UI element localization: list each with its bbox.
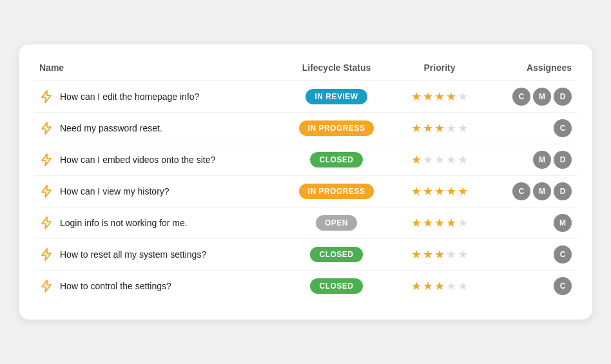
star-filled: ★: [434, 279, 445, 293]
avatar: C: [512, 182, 530, 200]
lightning-icon: [39, 90, 53, 104]
star-filled: ★: [423, 184, 433, 198]
star-empty: ★: [434, 153, 445, 167]
star-filled: ★: [411, 216, 422, 230]
status-badge: IN PROGRESS: [299, 120, 374, 136]
avatar: C: [554, 119, 572, 137]
star-filled: ★: [411, 184, 422, 198]
row-name-cell: How can I view my history?: [39, 184, 282, 198]
row-name-text: How to control the settings?: [60, 281, 171, 291]
row-name-cell: How can I embed videos onto the site?: [39, 153, 282, 167]
status-badge: CLOSED: [310, 152, 362, 168]
status-badge: IN REVIEW: [306, 89, 367, 104]
star-filled: ★: [411, 90, 422, 104]
star-empty: ★: [446, 153, 456, 167]
star-empty: ★: [458, 216, 468, 230]
star-filled: ★: [446, 90, 456, 104]
assignees-col: C: [488, 277, 572, 295]
lightning-icon: [39, 184, 53, 198]
lightning-icon: [39, 216, 53, 230]
avatar: D: [554, 151, 572, 169]
lightning-icon: [39, 153, 53, 167]
assignees-col: M: [488, 214, 572, 232]
status-badge: CLOSED: [310, 278, 362, 294]
status-col: IN PROGRESS: [282, 120, 391, 136]
table-row[interactable]: How can I view my history? IN PROGRESS★★…: [34, 176, 577, 207]
assignees-col: C: [488, 245, 572, 263]
table-body: How can I edit the homepage info? IN REV…: [34, 81, 577, 302]
star-empty: ★: [446, 279, 456, 293]
star-filled: ★: [434, 90, 445, 104]
table-row[interactable]: How to reset all my system settings? CLO…: [34, 239, 577, 271]
status-badge: OPEN: [316, 215, 357, 231]
star-empty: ★: [458, 279, 468, 293]
star-empty: ★: [446, 247, 456, 262]
star-filled: ★: [434, 216, 445, 230]
table-row[interactable]: How can I edit the homepage info? IN REV…: [34, 81, 577, 113]
star-filled: ★: [423, 90, 433, 104]
row-name-text: How can I edit the homepage info?: [60, 91, 199, 102]
star-empty: ★: [458, 153, 468, 167]
star-filled: ★: [446, 184, 456, 198]
star-filled: ★: [411, 153, 422, 167]
star-filled: ★: [423, 247, 433, 262]
stars-col: ★★★★★: [391, 216, 488, 230]
lightning-icon: [39, 279, 53, 293]
star-filled: ★: [411, 279, 422, 293]
star-filled: ★: [423, 121, 433, 135]
avatar: C: [554, 245, 572, 263]
avatar: D: [554, 182, 572, 200]
status-col: OPEN: [282, 215, 391, 231]
star-empty: ★: [446, 121, 456, 135]
star-empty: ★: [458, 90, 468, 104]
table-header: Name Lifecycle Status Priority Assignees: [34, 57, 577, 81]
star-empty: ★: [458, 247, 468, 262]
star-filled: ★: [423, 216, 433, 230]
row-name-cell: How can I edit the homepage info?: [39, 90, 282, 104]
row-name-text: How can I embed videos onto the site?: [60, 155, 215, 165]
star-filled: ★: [458, 184, 468, 198]
star-filled: ★: [434, 121, 445, 135]
status-badge: IN PROGRESS: [299, 184, 374, 199]
avatar: C: [512, 88, 530, 106]
status-col: IN REVIEW: [282, 89, 391, 104]
star-filled: ★: [434, 247, 445, 262]
stars-col: ★★★★★: [391, 279, 488, 293]
assignees-col: CMD: [488, 182, 572, 200]
lightning-icon: [39, 247, 53, 262]
avatar: M: [533, 151, 551, 169]
star-empty: ★: [423, 153, 433, 167]
row-name-cell: How to reset all my system settings?: [39, 247, 282, 262]
col-lifecycle: Lifecycle Status: [282, 62, 391, 73]
table-row[interactable]: Login info is not working for me. OPEN★★…: [34, 207, 577, 239]
avatar: D: [554, 88, 572, 106]
lightning-icon: [39, 121, 53, 135]
table-row[interactable]: How to control the settings? CLOSED★★★★★…: [34, 271, 577, 302]
row-name-text: How can I view my history?: [60, 186, 170, 196]
table-row[interactable]: Need my password reset. IN PROGRESS★★★★★…: [34, 113, 577, 144]
star-filled: ★: [411, 121, 422, 135]
star-filled: ★: [434, 184, 445, 198]
avatar: C: [554, 277, 572, 295]
row-name-cell: How to control the settings?: [39, 279, 282, 293]
assignees-col: CMD: [488, 88, 572, 106]
avatar: M: [533, 88, 551, 106]
status-col: CLOSED: [282, 278, 391, 294]
star-filled: ★: [423, 279, 433, 293]
row-name-text: How to reset all my system settings?: [60, 249, 206, 260]
avatar: M: [554, 214, 572, 232]
stars-col: ★★★★★: [391, 247, 488, 262]
assignees-col: C: [488, 119, 572, 137]
col-priority: Priority: [391, 62, 488, 73]
stars-col: ★★★★★: [391, 184, 488, 198]
stars-col: ★★★★★: [391, 153, 488, 167]
star-empty: ★: [458, 121, 468, 135]
row-name-cell: Need my password reset.: [39, 121, 282, 135]
status-col: IN PROGRESS: [282, 184, 391, 199]
status-col: CLOSED: [282, 152, 391, 168]
row-name-text: Login info is not working for me.: [60, 218, 188, 228]
row-name-text: Need my password reset.: [60, 123, 162, 133]
star-filled: ★: [411, 247, 422, 262]
table-row[interactable]: How can I embed videos onto the site? CL…: [34, 144, 577, 176]
status-col: CLOSED: [282, 247, 391, 262]
